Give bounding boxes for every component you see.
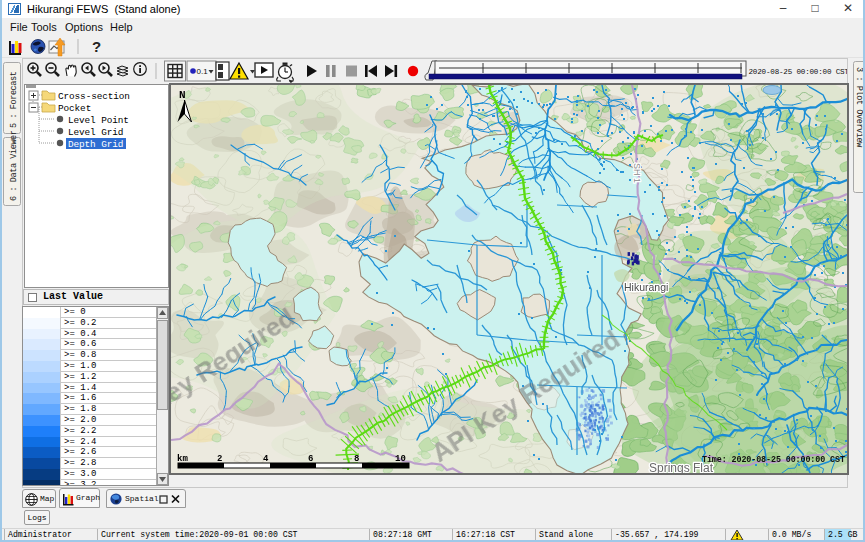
svg-text:5 : Forecast: 5 : Forecast <box>9 71 19 128</box>
svg-text:SH 1: SH 1 <box>632 163 642 183</box>
svg-text:0.1: 0.1 <box>197 67 209 76</box>
svg-text:6 : Data Viewer: 6 : Data Viewer <box>9 130 19 201</box>
svg-text:?: ? <box>92 38 101 55</box>
svg-text:Time: 2020-08-25 00:00:00 CST: Time: 2020-08-25 00:00:00 CST <box>702 455 845 465</box>
svg-text:N: N <box>179 89 186 101</box>
svg-text:Depth Grid: Depth Grid <box>68 139 123 150</box>
svg-text:Pocket: Pocket <box>58 103 91 114</box>
svg-text:2020-08-25 00:00:00 CST: 2020-08-25 00:00:00 CST <box>749 68 848 76</box>
svg-text:Level Point: Level Point <box>68 115 129 126</box>
svg-text:3 : Plot Overview: 3 : Plot Overview <box>854 67 864 148</box>
svg-text:Hikurangi: Hikurangi <box>624 281 668 293</box>
svg-text:Level Grid: Level Grid <box>68 127 123 138</box>
svg-text:Cross-section: Cross-section <box>58 91 130 102</box>
